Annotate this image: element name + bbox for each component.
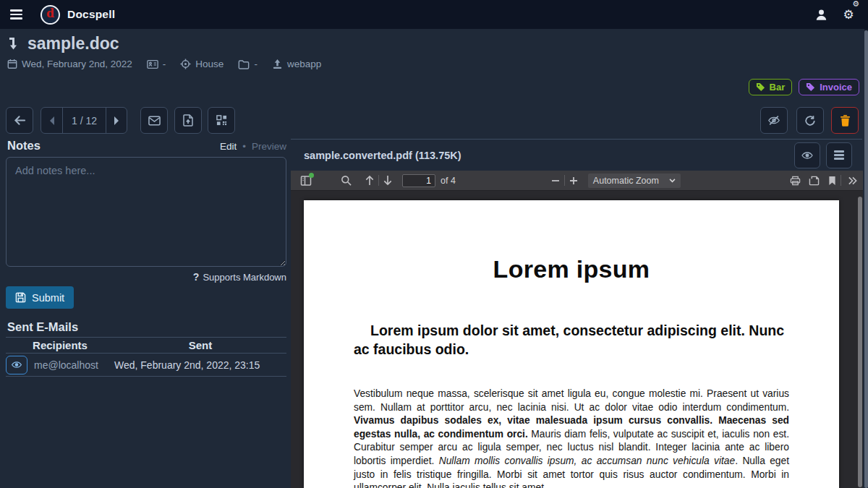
printer-icon bbox=[790, 176, 801, 186]
attachment-header: sample.converted.pdf (113.75K) bbox=[291, 139, 862, 171]
notes-preview-tab[interactable]: Preview bbox=[252, 141, 286, 152]
document-title: sample.doc bbox=[27, 34, 119, 53]
attachment-file-name: sample.converted.pdf (113.75K) bbox=[304, 150, 461, 161]
pdf-zoom-select[interactable]: Automatic Zoom bbox=[588, 174, 681, 188]
page-indicator: 1 / 12 bbox=[62, 108, 106, 133]
tag-chip-invoice[interactable]: Invoice bbox=[799, 79, 859, 95]
item-toolbar: 1 / 12 bbox=[0, 107, 868, 134]
top-navbar: d Docspell ⚙ ⚙ bbox=[0, 0, 868, 29]
save-icon bbox=[809, 176, 820, 186]
pdf-document-paragraph: Vestibulum neque massa, scelerisque sit … bbox=[354, 388, 789, 488]
pdf-bookmark-button[interactable] bbox=[823, 171, 841, 191]
envelope-icon bbox=[148, 116, 161, 126]
email-recipients: me@localhost bbox=[34, 359, 114, 371]
pdf-page-count-label: of 4 bbox=[441, 176, 456, 186]
eye-icon bbox=[801, 150, 814, 160]
minus-icon bbox=[551, 176, 560, 185]
gear-icon: ⚙ bbox=[843, 7, 854, 22]
question-icon: ? bbox=[193, 271, 200, 283]
double-chevron-right-icon bbox=[848, 176, 857, 185]
column-header-recipients: Recipients bbox=[6, 339, 114, 351]
pdf-document-subtitle: Lorem ipsum dolor sit amet, consectetur … bbox=[354, 321, 789, 359]
pdf-prev-page-button[interactable] bbox=[361, 171, 378, 191]
pdf-save-button[interactable] bbox=[804, 171, 823, 191]
sent-emails-table: Recipients Sent me@localhost Wed, Februa… bbox=[6, 337, 286, 377]
supports-markdown-link[interactable]: ?Supports Markdown bbox=[193, 272, 286, 283]
user-account-button[interactable] bbox=[809, 2, 833, 27]
crosshairs-icon bbox=[180, 59, 191, 69]
submit-notes-button[interactable]: Submit bbox=[6, 286, 74, 309]
hamburger-menu-icon[interactable] bbox=[1, 0, 30, 29]
pdf-scrollbar-thumb[interactable] bbox=[858, 197, 862, 487]
back-button[interactable] bbox=[6, 107, 33, 134]
tag-icon bbox=[756, 82, 765, 92]
notes-edit-tab[interactable]: Edit bbox=[220, 141, 237, 152]
search-icon bbox=[341, 175, 352, 186]
prev-page-button[interactable] bbox=[41, 108, 62, 133]
column-header-sent: Sent bbox=[114, 339, 286, 351]
pdf-zoom-out-button[interactable] bbox=[547, 171, 564, 191]
meta-date: Wed, February 2nd, 2022 bbox=[7, 59, 132, 69]
arrow-up-icon bbox=[365, 175, 375, 186]
chevron-down-icon bbox=[669, 179, 676, 183]
next-page-button[interactable] bbox=[106, 108, 127, 133]
notes-header: Notes Edit • Preview bbox=[7, 139, 286, 153]
meta-source: webapp bbox=[272, 59, 321, 69]
notes-input[interactable] bbox=[6, 157, 286, 267]
pdf-sidebar-toggle-button[interactable] bbox=[297, 171, 315, 191]
sent-emails-header-row: Recipients Sent bbox=[6, 337, 286, 354]
tag-chip-bar[interactable]: Bar bbox=[749, 79, 793, 95]
file-upload-icon bbox=[183, 114, 193, 127]
app-logo[interactable]: d Docspell bbox=[41, 5, 115, 25]
arrow-down-icon bbox=[383, 175, 393, 186]
attachment-view-button[interactable] bbox=[794, 142, 820, 168]
gear-small-icon: ⚙ bbox=[852, 0, 859, 9]
pdfjs-toolbar: of 4 Automatic Zoom bbox=[291, 171, 863, 191]
email-sent-date: Wed, February 2nd, 2022, 23:15 bbox=[114, 359, 286, 371]
meta-correspondent: - bbox=[147, 59, 166, 69]
chevron-right-icon bbox=[114, 116, 119, 125]
hide-item-button[interactable] bbox=[760, 107, 788, 134]
pdf-viewer: of 4 Automatic Zoom Lorem ipsum Lorem ip… bbox=[291, 171, 863, 488]
document-title-row: sample.doc bbox=[7, 34, 119, 53]
app-scrollbar-thumb[interactable] bbox=[864, 30, 868, 488]
reprocess-button[interactable] bbox=[796, 107, 824, 134]
trash-icon bbox=[840, 114, 851, 127]
app-brand-name: Docspell bbox=[67, 8, 115, 21]
eye-icon bbox=[11, 360, 22, 369]
meta-concerning: House bbox=[180, 59, 224, 69]
pdf-paragraph-segment: Nullam mollis convallis ipsum, ac accums… bbox=[439, 455, 736, 466]
metadata-grid-button[interactable] bbox=[208, 107, 235, 134]
pdf-paragraph-segment: Vestibulum neque massa, scelerisque sit … bbox=[354, 388, 789, 413]
app-scrollbar[interactable] bbox=[864, 29, 868, 488]
pdf-page-number-input[interactable] bbox=[402, 174, 435, 187]
arrow-left-icon bbox=[14, 115, 26, 126]
pdf-scrollbar[interactable] bbox=[858, 192, 862, 487]
folder-icon bbox=[238, 59, 250, 69]
attachment-pager: 1 / 12 bbox=[41, 107, 127, 134]
pdf-tools-expand-button[interactable] bbox=[841, 171, 863, 191]
qrcode-icon bbox=[216, 115, 227, 126]
view-email-button[interactable] bbox=[6, 356, 27, 374]
pdf-next-page-button[interactable] bbox=[379, 171, 396, 191]
pdf-zoom-in-button[interactable] bbox=[565, 171, 582, 191]
upload-icon bbox=[272, 59, 283, 69]
sidebar-notification-dot bbox=[309, 173, 314, 178]
pdf-print-button[interactable] bbox=[786, 171, 804, 191]
add-file-button[interactable] bbox=[174, 107, 202, 134]
send-mail-button[interactable] bbox=[140, 107, 168, 134]
markdown-hint-row: ?Supports Markdown bbox=[6, 271, 286, 283]
pdf-search-button[interactable] bbox=[336, 171, 355, 191]
user-icon bbox=[814, 8, 828, 22]
refresh-icon bbox=[804, 115, 816, 127]
tag-icon bbox=[806, 82, 815, 92]
attachment-menu-button[interactable] bbox=[826, 142, 852, 168]
settings-button[interactable]: ⚙ ⚙ bbox=[839, 2, 858, 27]
delete-item-button[interactable] bbox=[831, 107, 859, 134]
tag-list: Bar Invoice bbox=[749, 79, 859, 95]
pdf-page-canvas: Lorem ipsum Lorem ipsum dolor sit amet, … bbox=[304, 200, 839, 488]
document-meta-row: Wed, February 2nd, 2022 - House - webapp bbox=[7, 59, 321, 69]
tab-separator-dot: • bbox=[242, 141, 246, 152]
turn-down-arrow-icon bbox=[7, 36, 21, 52]
calendar-icon bbox=[7, 59, 17, 69]
